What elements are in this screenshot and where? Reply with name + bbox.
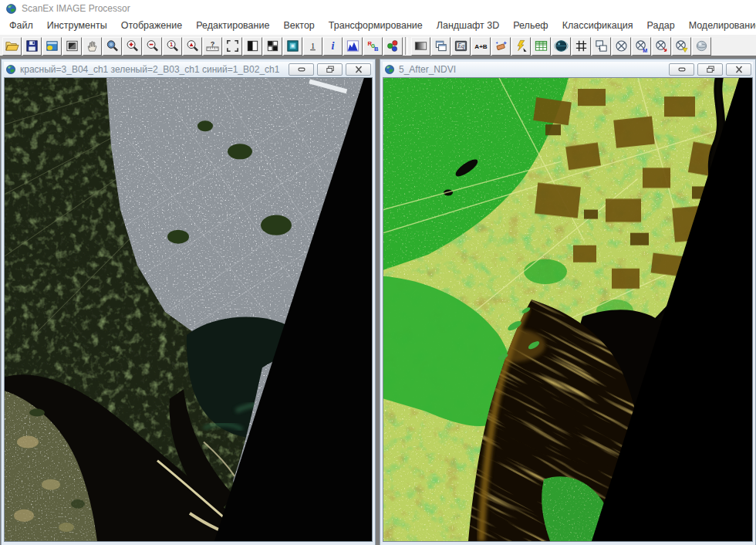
menu-item-tools[interactable]: Инструменты: [40, 18, 114, 33]
open-folder-icon: [5, 39, 19, 53]
toolbar-button-tile-windows[interactable]: [263, 37, 282, 56]
zoom-in-icon: [125, 39, 140, 53]
menu-item-classification[interactable]: Классификация: [555, 18, 640, 33]
menu-item-radar[interactable]: Радар: [640, 18, 682, 33]
info-icon: [326, 39, 340, 53]
window-rgb-composite: красный=3_B04_ch1 зеленый=2_B03_ch1 сини…: [1, 59, 376, 545]
toolbar-button-zoom-in[interactable]: [123, 37, 142, 56]
app-globe-icon: [5, 3, 17, 15]
minimize-button[interactable]: [289, 63, 314, 76]
toolbar-button-zoom-actual[interactable]: [163, 37, 182, 56]
close-button[interactable]: [346, 63, 371, 76]
toolbar-button-band-math[interactable]: [471, 37, 491, 56]
zoom-selection-icon: [185, 39, 200, 53]
rgb-channels-icon: [366, 39, 380, 53]
toolbar-button-clean[interactable]: [491, 37, 511, 56]
toolbar-button-zoom-window[interactable]: [103, 37, 122, 56]
toolbar-button-grayscale[interactable]: [411, 37, 430, 56]
toolbar-button-mosaic[interactable]: [612, 37, 631, 56]
menu-item-display[interactable]: Отображение: [114, 18, 189, 33]
toolbar-button-mosaic-flag[interactable]: [672, 37, 691, 56]
zoom-out-icon: [145, 39, 160, 53]
toolbar-button-info[interactable]: [323, 37, 343, 56]
menu-item-vector[interactable]: Вектор: [276, 18, 321, 33]
toolbar-button-mosaic-export[interactable]: [652, 37, 671, 56]
app-titlebar: ScanEx IMAGE Processor: [0, 0, 756, 17]
close-button[interactable]: [726, 63, 751, 76]
color-composite-icon: [386, 39, 400, 53]
restore-button[interactable]: [697, 63, 723, 76]
close-icon: [734, 66, 744, 73]
toolbar-button-open[interactable]: [2, 37, 22, 56]
toolbar-button-attribute-table[interactable]: [532, 37, 551, 56]
window-ndvi-client: [383, 77, 753, 542]
app-title: ScanEx IMAGE Processor: [22, 3, 130, 14]
toolbar-button-save[interactable]: [22, 37, 42, 56]
mosaic-flag-icon: [674, 39, 689, 53]
window-globe-icon: [5, 64, 16, 75]
single-channel-icon: [305, 39, 320, 53]
restore-icon: [326, 66, 335, 73]
toolbar-button-globe-view[interactable]: [552, 37, 571, 56]
toolbar-button-zoom-out[interactable]: [143, 37, 162, 56]
toolbar-button-link-views[interactable]: [592, 37, 611, 56]
menu-item-editing[interactable]: Редактирование: [189, 18, 276, 33]
toolbar-button-color-composite[interactable]: [383, 37, 403, 56]
tile-bw-icon: [265, 39, 280, 53]
toolbar-button-rgb-channels[interactable]: [363, 37, 383, 56]
menu-item-modeling[interactable]: Моделирование: [682, 18, 756, 33]
menu-bar: ФайлИнструментыОтображениеРедактирование…: [0, 17, 756, 34]
attribute-table-icon: [534, 39, 548, 53]
toolbar-button-mosaic-m[interactable]: [632, 37, 651, 56]
window-rgb-titlebar[interactable]: красный=3_B04_ch1 зеленый=2_B03_ch1 сини…: [4, 62, 373, 77]
window-rgb-client: [4, 77, 373, 542]
toolbar-button-zoom-selection[interactable]: [183, 37, 202, 56]
toolbar-button-vectorize[interactable]: [511, 37, 531, 56]
grid-mesh-icon: [574, 39, 589, 53]
window-ndvi-titlebar[interactable]: 5_After_NDVI: [383, 62, 753, 77]
minimize-button[interactable]: [669, 63, 694, 76]
display-settings-icon: [65, 39, 79, 53]
select-region-icon: [225, 39, 240, 53]
menu-item-landscape-3d[interactable]: Ландшафт 3D: [430, 18, 507, 33]
link-views-icon: [594, 39, 609, 53]
window-ndvi-controls: [669, 63, 751, 76]
equalize-icon: [454, 39, 468, 53]
restore-button[interactable]: [317, 63, 343, 76]
menu-item-relief[interactable]: Рельеф: [506, 18, 555, 33]
toolbar-button-pan[interactable]: [83, 37, 102, 56]
toolbar-button-invert[interactable]: [243, 37, 262, 56]
save-floppy-icon: [25, 39, 39, 53]
measure-icon: [205, 39, 220, 53]
toolbar-button-equalize[interactable]: [451, 37, 471, 56]
minimize-icon: [677, 66, 687, 73]
window-globe-icon: [384, 64, 395, 75]
zoom-actual-icon: [165, 39, 180, 53]
toolbar-button-view-image[interactable]: [42, 37, 62, 56]
clean-raster-icon: [494, 39, 508, 53]
pan-hand-icon: [85, 39, 100, 53]
toolbar-button-display-settings[interactable]: [62, 37, 82, 56]
toolbar-button-measure[interactable]: [203, 37, 222, 56]
minimize-icon: [297, 66, 306, 73]
histogram-icon: [346, 39, 360, 53]
band-math-icon: [474, 39, 488, 53]
rgb-satellite-image[interactable]: [5, 78, 372, 541]
toolbar-button-select-region[interactable]: [223, 37, 242, 56]
menu-item-file[interactable]: Файл: [2, 18, 40, 33]
vector-sign-icon: [514, 39, 528, 53]
menu-item-transformation[interactable]: Трансформирование: [322, 18, 430, 33]
toolbar-button-frame-view[interactable]: [283, 37, 302, 56]
zoom-window-icon: [105, 39, 120, 53]
toolbar-button-globe-3d[interactable]: [692, 37, 711, 56]
toolbar-button-histogram[interactable]: [343, 37, 363, 56]
frame-view-icon: [285, 39, 300, 53]
window-rgb-controls: [289, 63, 371, 76]
grayscale-gradient-icon: [413, 39, 428, 53]
image-view-icon: [45, 39, 59, 53]
ndvi-image[interactable]: [383, 78, 752, 541]
toolbar-button-single-channel[interactable]: [303, 37, 322, 56]
window-ndvi-title: 5_After_NDVI: [399, 64, 456, 75]
toolbar-button-cascade[interactable]: [431, 37, 451, 56]
toolbar-button-grid[interactable]: [572, 37, 591, 56]
